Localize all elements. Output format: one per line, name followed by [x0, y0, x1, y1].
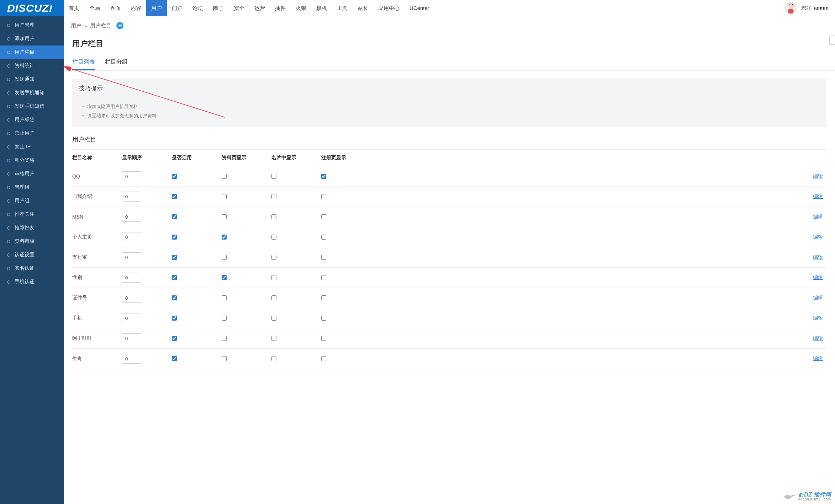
sidebar-item[interactable]: 推荐好友 — [0, 221, 64, 235]
profile-checkbox[interactable] — [222, 336, 227, 341]
order-input[interactable] — [122, 313, 141, 323]
edit-link[interactable]: 编辑 — [784, 315, 826, 321]
enabled-checkbox[interactable] — [172, 336, 177, 341]
topnav-item[interactable]: 站长 — [353, 0, 373, 16]
card-checkbox[interactable] — [271, 316, 276, 321]
topnav-item[interactable]: 工具 — [332, 0, 353, 16]
enabled-checkbox[interactable] — [172, 214, 177, 219]
topnav-item[interactable]: 插件 — [270, 0, 291, 16]
topnav-item[interactable]: 界面 — [105, 0, 126, 16]
profile-checkbox[interactable] — [222, 356, 227, 361]
enabled-checkbox[interactable] — [172, 275, 177, 280]
topnav-item[interactable]: 论坛 — [187, 0, 208, 16]
profile-checkbox[interactable] — [222, 295, 227, 300]
enabled-checkbox[interactable] — [172, 295, 177, 300]
topnav-item[interactable]: 运营 — [249, 0, 270, 16]
order-input[interactable] — [122, 354, 141, 364]
order-input[interactable] — [122, 171, 141, 181]
card-checkbox[interactable] — [271, 295, 276, 300]
sidebar-item[interactable]: 用户组 — [0, 194, 64, 208]
order-input[interactable] — [122, 293, 141, 303]
card-checkbox[interactable] — [271, 214, 276, 219]
search-input-partial[interactable] — [829, 36, 835, 45]
register-checkbox[interactable] — [321, 336, 326, 341]
sidebar-item[interactable]: 手机认证 — [0, 275, 64, 289]
enabled-checkbox[interactable] — [172, 356, 177, 361]
edit-link[interactable]: 编辑 — [784, 173, 826, 179]
sidebar-item[interactable]: 用户管理 — [0, 18, 64, 32]
edit-link[interactable]: 编辑 — [784, 335, 826, 342]
topnav-item[interactable]: 用户 — [146, 0, 167, 16]
edit-link[interactable]: 编辑 — [784, 214, 826, 220]
edit-link[interactable]: 编辑 — [784, 274, 826, 281]
topnav-item[interactable]: 内容 — [126, 0, 146, 16]
brand-logo[interactable]: DISCUZ! — [0, 0, 64, 16]
edit-link[interactable]: 编辑 — [784, 193, 826, 200]
card-checkbox[interactable] — [271, 235, 276, 240]
enabled-checkbox[interactable] — [172, 174, 177, 179]
sidebar-item[interactable]: 积分奖惩 — [0, 154, 64, 167]
sidebar-item[interactable]: 资料统计 — [0, 59, 64, 73]
order-input[interactable] — [122, 252, 141, 262]
edit-link[interactable]: 编辑 — [784, 234, 826, 240]
topnav-item[interactable]: 首页 — [64, 0, 84, 16]
profile-checkbox[interactable] — [222, 275, 227, 280]
order-input[interactable] — [122, 273, 141, 283]
topnav-item[interactable]: 安全 — [229, 0, 249, 16]
order-input[interactable] — [122, 232, 141, 242]
sidebar-item[interactable]: 用户栏目 — [0, 45, 64, 59]
card-checkbox[interactable] — [271, 336, 276, 341]
enabled-checkbox[interactable] — [172, 194, 177, 199]
register-checkbox[interactable] — [321, 316, 326, 321]
order-input[interactable] — [122, 212, 141, 222]
edit-link[interactable]: 编辑 — [784, 295, 826, 301]
edit-link[interactable]: 编辑 — [784, 254, 826, 261]
enabled-checkbox[interactable] — [172, 255, 177, 260]
sidebar-item[interactable]: 禁止用户 — [0, 127, 64, 140]
register-checkbox[interactable] — [321, 356, 326, 361]
sidebar-item[interactable]: 禁止 IP — [0, 140, 64, 154]
topnav-item[interactable]: 门户 — [167, 0, 187, 16]
register-checkbox[interactable] — [321, 275, 326, 280]
register-checkbox[interactable] — [321, 235, 326, 240]
register-checkbox[interactable] — [321, 295, 326, 300]
sidebar-item[interactable]: 用户标签 — [0, 113, 64, 127]
topnav-item[interactable]: UCenter — [405, 0, 434, 16]
breadcrumb-root[interactable]: 用户 — [71, 22, 81, 29]
card-checkbox[interactable] — [271, 255, 276, 260]
sidebar-item[interactable]: 发送手机通知 — [0, 86, 64, 100]
sidebar-item[interactable]: 发送通知 — [0, 73, 64, 86]
profile-checkbox[interactable] — [222, 174, 227, 179]
profile-checkbox[interactable] — [222, 235, 227, 240]
register-checkbox[interactable] — [321, 214, 326, 219]
topnav-item[interactable]: 全局 — [84, 0, 105, 16]
register-checkbox[interactable] — [321, 255, 326, 260]
sidebar-item[interactable]: 推荐关注 — [0, 208, 64, 221]
sidebar-item[interactable]: 资料审核 — [0, 235, 64, 248]
sidebar-item[interactable]: 添加用户 — [0, 32, 64, 45]
sidebar-item[interactable]: 管理组 — [0, 181, 64, 194]
card-checkbox[interactable] — [271, 356, 276, 361]
enabled-checkbox[interactable] — [172, 316, 177, 321]
profile-checkbox[interactable] — [222, 194, 227, 199]
card-checkbox[interactable] — [271, 194, 276, 199]
sidebar-item[interactable]: 发送手机短信 — [0, 100, 64, 113]
sidebar-item[interactable]: 认证设置 — [0, 248, 64, 262]
topnav-item[interactable]: 模板 — [311, 0, 332, 16]
sidebar-item[interactable]: 实名认证 — [0, 262, 64, 275]
enabled-checkbox[interactable] — [172, 235, 177, 240]
avatar[interactable] — [785, 2, 797, 14]
order-input[interactable] — [122, 333, 141, 343]
order-input[interactable] — [122, 192, 141, 202]
register-checkbox[interactable] — [321, 174, 326, 179]
tab[interactable]: 栏目列表 — [72, 55, 95, 70]
edit-link[interactable]: 编辑 — [784, 355, 826, 362]
profile-checkbox[interactable] — [222, 316, 227, 321]
add-button[interactable]: + — [116, 22, 123, 29]
card-checkbox[interactable] — [271, 174, 276, 179]
topnav-item[interactable]: 火狼 — [291, 0, 311, 16]
register-checkbox[interactable] — [321, 194, 326, 199]
card-checkbox[interactable] — [271, 275, 276, 280]
sidebar-item[interactable]: 审核用户 — [0, 167, 64, 181]
topnav-item[interactable]: 应用中心 — [373, 0, 405, 16]
